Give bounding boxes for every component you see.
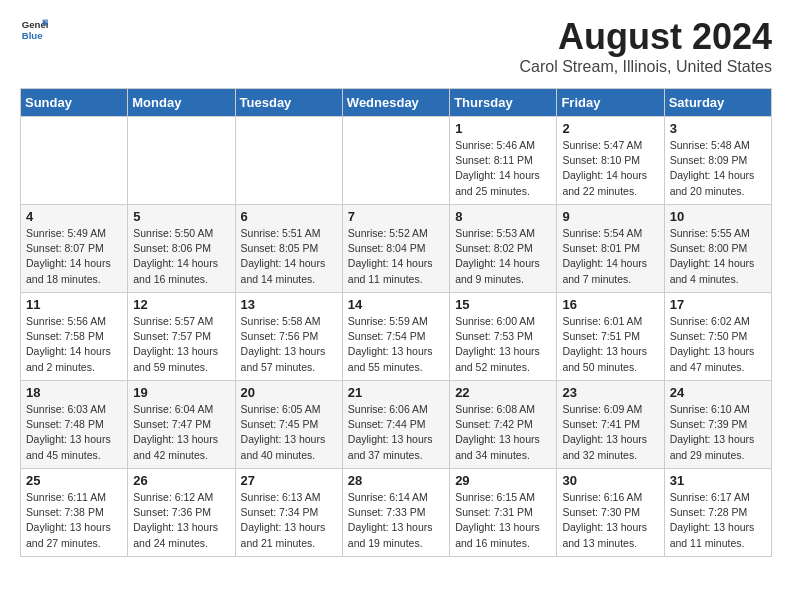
week-row-1: 1Sunrise: 5:46 AM Sunset: 8:11 PM Daylig… — [21, 117, 772, 205]
calendar-cell: 21Sunrise: 6:06 AM Sunset: 7:44 PM Dayli… — [342, 381, 449, 469]
week-row-2: 4Sunrise: 5:49 AM Sunset: 8:07 PM Daylig… — [21, 205, 772, 293]
day-number: 12 — [133, 297, 229, 312]
calendar-cell: 14Sunrise: 5:59 AM Sunset: 7:54 PM Dayli… — [342, 293, 449, 381]
day-number: 1 — [455, 121, 551, 136]
day-number: 31 — [670, 473, 766, 488]
column-header-sunday: Sunday — [21, 89, 128, 117]
cell-content: Sunrise: 5:47 AM Sunset: 8:10 PM Dayligh… — [562, 138, 658, 199]
calendar-cell: 31Sunrise: 6:17 AM Sunset: 7:28 PM Dayli… — [664, 469, 771, 557]
cell-content: Sunrise: 5:46 AM Sunset: 8:11 PM Dayligh… — [455, 138, 551, 199]
day-number: 13 — [241, 297, 337, 312]
cell-content: Sunrise: 6:02 AM Sunset: 7:50 PM Dayligh… — [670, 314, 766, 375]
day-number: 8 — [455, 209, 551, 224]
day-number: 23 — [562, 385, 658, 400]
column-header-monday: Monday — [128, 89, 235, 117]
week-row-5: 25Sunrise: 6:11 AM Sunset: 7:38 PM Dayli… — [21, 469, 772, 557]
title-area: August 2024 Carol Stream, Illinois, Unit… — [519, 16, 772, 76]
cell-content: Sunrise: 6:01 AM Sunset: 7:51 PM Dayligh… — [562, 314, 658, 375]
calendar-cell: 3Sunrise: 5:48 AM Sunset: 8:09 PM Daylig… — [664, 117, 771, 205]
day-number: 19 — [133, 385, 229, 400]
calendar-cell: 7Sunrise: 5:52 AM Sunset: 8:04 PM Daylig… — [342, 205, 449, 293]
cell-content: Sunrise: 6:09 AM Sunset: 7:41 PM Dayligh… — [562, 402, 658, 463]
calendar-cell: 22Sunrise: 6:08 AM Sunset: 7:42 PM Dayli… — [450, 381, 557, 469]
month-title: August 2024 — [519, 16, 772, 58]
calendar-cell: 24Sunrise: 6:10 AM Sunset: 7:39 PM Dayli… — [664, 381, 771, 469]
calendar-cell: 25Sunrise: 6:11 AM Sunset: 7:38 PM Dayli… — [21, 469, 128, 557]
calendar-cell: 9Sunrise: 5:54 AM Sunset: 8:01 PM Daylig… — [557, 205, 664, 293]
calendar-cell: 30Sunrise: 6:16 AM Sunset: 7:30 PM Dayli… — [557, 469, 664, 557]
cell-content: Sunrise: 5:52 AM Sunset: 8:04 PM Dayligh… — [348, 226, 444, 287]
logo-icon: General Blue — [20, 16, 48, 44]
day-number: 24 — [670, 385, 766, 400]
day-number: 29 — [455, 473, 551, 488]
calendar-cell: 5Sunrise: 5:50 AM Sunset: 8:06 PM Daylig… — [128, 205, 235, 293]
calendar-cell: 29Sunrise: 6:15 AM Sunset: 7:31 PM Dayli… — [450, 469, 557, 557]
calendar-cell: 6Sunrise: 5:51 AM Sunset: 8:05 PM Daylig… — [235, 205, 342, 293]
column-header-saturday: Saturday — [664, 89, 771, 117]
cell-content: Sunrise: 5:50 AM Sunset: 8:06 PM Dayligh… — [133, 226, 229, 287]
day-number: 17 — [670, 297, 766, 312]
svg-text:Blue: Blue — [22, 30, 43, 41]
week-row-4: 18Sunrise: 6:03 AM Sunset: 7:48 PM Dayli… — [21, 381, 772, 469]
cell-content: Sunrise: 6:06 AM Sunset: 7:44 PM Dayligh… — [348, 402, 444, 463]
day-number: 27 — [241, 473, 337, 488]
calendar-cell: 1Sunrise: 5:46 AM Sunset: 8:11 PM Daylig… — [450, 117, 557, 205]
calendar-cell: 26Sunrise: 6:12 AM Sunset: 7:36 PM Dayli… — [128, 469, 235, 557]
day-number: 28 — [348, 473, 444, 488]
calendar-cell: 17Sunrise: 6:02 AM Sunset: 7:50 PM Dayli… — [664, 293, 771, 381]
calendar-cell: 19Sunrise: 6:04 AM Sunset: 7:47 PM Dayli… — [128, 381, 235, 469]
day-number: 7 — [348, 209, 444, 224]
cell-content: Sunrise: 6:17 AM Sunset: 7:28 PM Dayligh… — [670, 490, 766, 551]
cell-content: Sunrise: 6:04 AM Sunset: 7:47 PM Dayligh… — [133, 402, 229, 463]
cell-content: Sunrise: 5:58 AM Sunset: 7:56 PM Dayligh… — [241, 314, 337, 375]
calendar-cell: 15Sunrise: 6:00 AM Sunset: 7:53 PM Dayli… — [450, 293, 557, 381]
calendar-cell: 10Sunrise: 5:55 AM Sunset: 8:00 PM Dayli… — [664, 205, 771, 293]
cell-content: Sunrise: 6:08 AM Sunset: 7:42 PM Dayligh… — [455, 402, 551, 463]
day-number: 21 — [348, 385, 444, 400]
day-number: 15 — [455, 297, 551, 312]
day-number: 5 — [133, 209, 229, 224]
cell-content: Sunrise: 5:49 AM Sunset: 8:07 PM Dayligh… — [26, 226, 122, 287]
column-header-wednesday: Wednesday — [342, 89, 449, 117]
calendar-cell — [342, 117, 449, 205]
column-header-friday: Friday — [557, 89, 664, 117]
day-number: 9 — [562, 209, 658, 224]
cell-content: Sunrise: 5:57 AM Sunset: 7:57 PM Dayligh… — [133, 314, 229, 375]
day-number: 3 — [670, 121, 766, 136]
cell-content: Sunrise: 6:05 AM Sunset: 7:45 PM Dayligh… — [241, 402, 337, 463]
page-header: General Blue August 2024 Carol Stream, I… — [20, 16, 772, 76]
cell-content: Sunrise: 6:10 AM Sunset: 7:39 PM Dayligh… — [670, 402, 766, 463]
calendar-cell: 13Sunrise: 5:58 AM Sunset: 7:56 PM Dayli… — [235, 293, 342, 381]
day-number: 18 — [26, 385, 122, 400]
day-number: 22 — [455, 385, 551, 400]
calendar-cell: 2Sunrise: 5:47 AM Sunset: 8:10 PM Daylig… — [557, 117, 664, 205]
calendar-cell: 11Sunrise: 5:56 AM Sunset: 7:58 PM Dayli… — [21, 293, 128, 381]
calendar-cell: 4Sunrise: 5:49 AM Sunset: 8:07 PM Daylig… — [21, 205, 128, 293]
cell-content: Sunrise: 5:53 AM Sunset: 8:02 PM Dayligh… — [455, 226, 551, 287]
calendar-cell — [235, 117, 342, 205]
calendar-cell: 20Sunrise: 6:05 AM Sunset: 7:45 PM Dayli… — [235, 381, 342, 469]
cell-content: Sunrise: 6:00 AM Sunset: 7:53 PM Dayligh… — [455, 314, 551, 375]
day-number: 26 — [133, 473, 229, 488]
day-number: 14 — [348, 297, 444, 312]
week-row-3: 11Sunrise: 5:56 AM Sunset: 7:58 PM Dayli… — [21, 293, 772, 381]
day-number: 4 — [26, 209, 122, 224]
cell-content: Sunrise: 6:14 AM Sunset: 7:33 PM Dayligh… — [348, 490, 444, 551]
day-number: 16 — [562, 297, 658, 312]
day-number: 20 — [241, 385, 337, 400]
cell-content: Sunrise: 6:16 AM Sunset: 7:30 PM Dayligh… — [562, 490, 658, 551]
calendar-cell: 8Sunrise: 5:53 AM Sunset: 8:02 PM Daylig… — [450, 205, 557, 293]
cell-content: Sunrise: 5:59 AM Sunset: 7:54 PM Dayligh… — [348, 314, 444, 375]
cell-content: Sunrise: 6:13 AM Sunset: 7:34 PM Dayligh… — [241, 490, 337, 551]
day-number: 11 — [26, 297, 122, 312]
calendar-table: SundayMondayTuesdayWednesdayThursdayFrid… — [20, 88, 772, 557]
column-header-thursday: Thursday — [450, 89, 557, 117]
calendar-cell: 18Sunrise: 6:03 AM Sunset: 7:48 PM Dayli… — [21, 381, 128, 469]
cell-content: Sunrise: 6:03 AM Sunset: 7:48 PM Dayligh… — [26, 402, 122, 463]
cell-content: Sunrise: 5:56 AM Sunset: 7:58 PM Dayligh… — [26, 314, 122, 375]
day-number: 2 — [562, 121, 658, 136]
cell-content: Sunrise: 5:51 AM Sunset: 8:05 PM Dayligh… — [241, 226, 337, 287]
cell-content: Sunrise: 5:55 AM Sunset: 8:00 PM Dayligh… — [670, 226, 766, 287]
day-number: 25 — [26, 473, 122, 488]
header-row: SundayMondayTuesdayWednesdayThursdayFrid… — [21, 89, 772, 117]
